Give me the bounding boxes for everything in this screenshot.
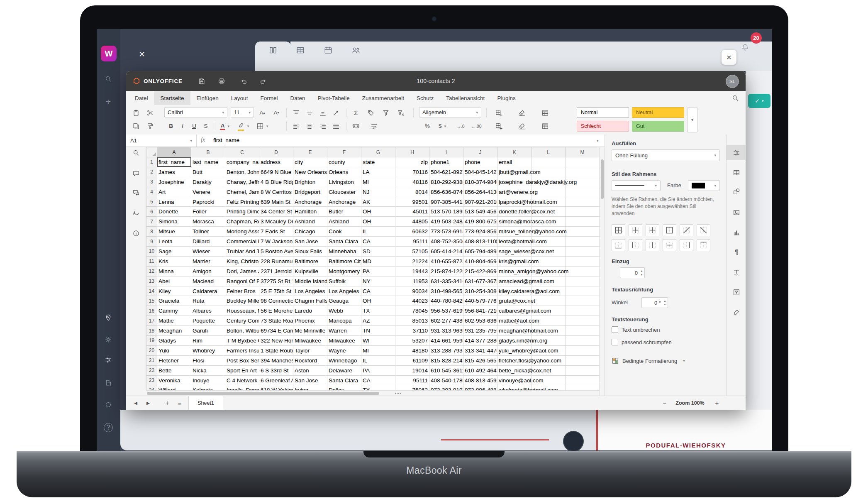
shape-settings-icon[interactable] (731, 186, 741, 196)
cell-A10[interactable]: Sage (157, 247, 191, 257)
row-header-2[interactable]: 2 (146, 167, 157, 177)
autosum-button[interactable]: Σ (350, 107, 362, 118)
cell-D6[interactable]: 34 Center St (259, 207, 293, 217)
cell-K8[interactable]: mitsue_tollner@yahoo.com (497, 227, 532, 237)
cell-D2[interactable]: 6649 N Blue Gum St (259, 167, 293, 177)
cell-G6[interactable]: OH (361, 207, 395, 217)
cell-I2[interactable]: 504-621-8927 (429, 167, 463, 177)
cell-F14[interactable]: Los Angeles (327, 286, 361, 296)
cell-B3[interactable]: Darakjy (191, 177, 225, 187)
cell-M13[interactable] (566, 276, 600, 286)
top-border-button[interactable] (697, 239, 710, 251)
row-header-7[interactable]: 7 (146, 217, 157, 227)
cell-I20[interactable]: 313-288-7937 (429, 345, 463, 355)
cell-G2[interactable]: LA (361, 167, 395, 177)
row-header-18[interactable]: 18 (146, 326, 157, 336)
percent-style-button[interactable]: % (422, 120, 433, 132)
cell-name-box[interactable]: A1▾ (126, 135, 197, 147)
cell-A18[interactable]: Meaghan (157, 326, 191, 336)
cell-D19[interactable]: 322 New Horizon Blvd (259, 336, 293, 346)
align-right-button[interactable] (317, 120, 329, 132)
cell-style-gut[interactable]: Gut (632, 121, 684, 132)
cell-F1[interactable]: county (327, 157, 361, 167)
cell-K1[interactable]: email (497, 157, 532, 167)
cell-A19[interactable]: Gladys (157, 336, 191, 346)
cell-M21[interactable] (566, 355, 600, 365)
insert-cells-button[interactable] (493, 107, 505, 118)
cell-H11[interactable]: 21224 (395, 256, 429, 266)
decrease-decimal-button[interactable]: →.0 (455, 120, 466, 132)
row-header-23[interactable]: 23 (146, 375, 157, 385)
cell-A6[interactable]: Donette (157, 207, 191, 217)
row-header-14[interactable]: 14 (146, 286, 157, 296)
column-header-M[interactable]: M (566, 147, 600, 157)
cell-L1[interactable] (532, 157, 566, 167)
cell-F24[interactable]: Dallas (327, 385, 361, 390)
cell-D14[interactable]: 25 E 75th St #69 (259, 286, 293, 296)
column-header-L[interactable]: L (532, 147, 566, 157)
cell-H7[interactable]: 44805 (395, 217, 429, 227)
font-name-select[interactable]: Calibri▾ (164, 107, 227, 117)
cell-A17[interactable]: Mattie (157, 316, 191, 326)
cell-K23[interactable]: vinouye@aol.com (497, 375, 532, 385)
merge-cells-button[interactable] (350, 120, 362, 132)
inner-horizontal-button[interactable] (663, 239, 676, 251)
diagonal-down-button[interactable] (697, 224, 710, 236)
row-header-11[interactable]: 11 (146, 256, 157, 266)
cell-B11[interactable]: Marrier (191, 256, 225, 266)
cell-G12[interactable]: PA (361, 266, 395, 276)
cell-M22[interactable] (566, 365, 600, 375)
cell-C24[interactable]: Ingalls, Donald R Esq (225, 385, 259, 390)
cell-K22[interactable]: bette_nicka@cox.net (497, 365, 532, 375)
cell-F7[interactable]: Ashland (327, 217, 361, 227)
cell-M6[interactable] (566, 207, 600, 217)
row-header-20[interactable]: 20 (146, 345, 157, 355)
cell-E15[interactable]: Chagrin Falls (293, 296, 327, 306)
cell-G3[interactable]: MI (361, 177, 395, 187)
cell-G21[interactable]: IL (361, 355, 395, 365)
cell-E3[interactable]: Brighton (293, 177, 327, 187)
decrease-font-button[interactable]: A▾ (271, 107, 282, 118)
cell-C4[interactable]: Chemel, James L Cpa (225, 187, 259, 197)
cell-B18[interactable]: Garufi (191, 326, 225, 336)
cell-I3[interactable]: 810-292-9388 (429, 177, 463, 187)
cell-E7[interactable]: Ashland (293, 217, 327, 227)
all-borders-button[interactable] (612, 224, 625, 236)
row-header-6[interactable]: 6 (146, 207, 157, 217)
sliders-icon[interactable] (104, 355, 113, 364)
cell-H13[interactable]: 11953 (395, 276, 429, 286)
cell-H14[interactable]: 90034 (395, 286, 429, 296)
cell-I16[interactable]: 956-537-6195 (429, 306, 463, 316)
cell-J21[interactable]: 815-426-5657 (463, 355, 497, 365)
cell-C16[interactable]: Rousseaux, Michael Esq (225, 306, 259, 316)
cell-G7[interactable]: OH (361, 217, 395, 227)
cell-C22[interactable]: Sport En Art (225, 365, 259, 375)
cell-F16[interactable]: Webb (327, 306, 361, 316)
select-table-button[interactable] (539, 120, 551, 132)
cell-C9[interactable]: Commercial Press (225, 237, 259, 247)
clear-button[interactable] (516, 107, 528, 118)
cell-F11[interactable]: Baltimore City (327, 256, 361, 266)
cell-H10[interactable]: 57105 (395, 247, 429, 257)
cell-I7[interactable]: 419-503-2484 (429, 217, 463, 227)
cell-J8[interactable]: 773-924-8565 (463, 227, 497, 237)
border-line-select[interactable]: ▾ (612, 180, 661, 191)
chat-icon[interactable] (131, 188, 141, 198)
columns-icon[interactable] (268, 46, 278, 55)
cell-D24[interactable]: 618 W Yakima Ave (259, 385, 293, 390)
clear-style-button[interactable] (516, 120, 528, 132)
cell-M7[interactable] (566, 217, 600, 227)
cell-E6[interactable]: Hamilton (293, 207, 327, 217)
cell-F10[interactable]: Minnehaha (327, 247, 361, 257)
cell-M16[interactable] (566, 306, 600, 316)
column-header-B[interactable]: B (191, 147, 225, 157)
find-icon[interactable] (131, 148, 141, 158)
cell-F12[interactable]: Montgomery (327, 266, 361, 276)
cell-C2[interactable]: Benton, John B Jr (225, 167, 259, 177)
cell-K13[interactable]: amaclead@gmail.com (497, 276, 532, 286)
cell-E22[interactable]: Aston (293, 365, 327, 375)
workspace-logo[interactable]: W (101, 46, 117, 61)
cell-A21[interactable]: Fletcher (157, 355, 191, 365)
cell-M14[interactable] (566, 286, 600, 296)
cell-H22[interactable]: 19014 (395, 365, 429, 375)
